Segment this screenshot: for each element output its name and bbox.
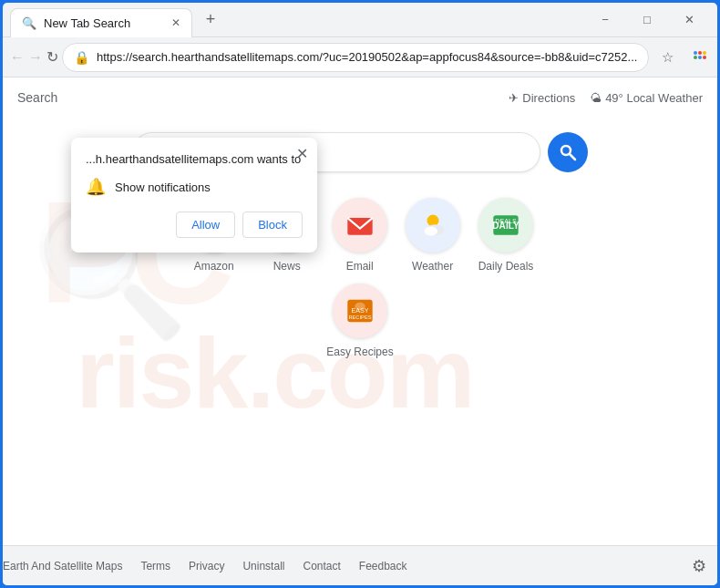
svg-line-7 [570, 154, 575, 160]
browser-tab[interactable]: 🔍 New Tab Search ✕ [10, 8, 192, 37]
tab-favicon: 🔍 [22, 16, 36, 30]
footer-link-contact[interactable]: Contact [303, 560, 340, 573]
minimize-button[interactable]: − [584, 3, 626, 37]
address-text: https://search.hearthandsatellitemaps.co… [97, 50, 637, 64]
footer-link-terms[interactable]: Terms [140, 560, 170, 573]
svg-point-3 [694, 56, 697, 59]
footer-link-feedback[interactable]: Feedback [359, 560, 407, 573]
svg-point-16 [424, 226, 437, 235]
new-tab-button[interactable]: + [198, 7, 223, 33]
footer: Earth And Satellite Maps Terms Privacy U… [3, 545, 717, 585]
svg-point-5 [703, 56, 706, 59]
allow-button[interactable]: Allow [176, 211, 235, 238]
footer-link-privacy[interactable]: Privacy [189, 560, 224, 573]
easy-recipes-icon: EASY RECIPES [333, 284, 387, 338]
weather-icon [406, 198, 460, 253]
app-icon-email[interactable]: Email [333, 198, 387, 273]
svg-text:DEALS: DEALS [495, 217, 517, 225]
daily-deals-label: Daily Deals [478, 260, 534, 273]
toolbar: ← → ↻ 🔒 https://search.hearthandsatellit… [3, 37, 717, 77]
svg-point-23 [355, 303, 365, 311]
tab-close-button[interactable]: ✕ [171, 16, 180, 29]
news-label: News [273, 260, 301, 273]
reload-button[interactable]: ↻ [46, 43, 58, 72]
popup-notification-row: 🔔 Show notifications [86, 177, 303, 197]
weather-label: Weather [412, 260, 453, 273]
svg-point-1 [698, 51, 702, 55]
footer-link-earth-maps[interactable]: Earth And Satellite Maps [3, 560, 122, 573]
easy-recipes-label: Easy Recipes [326, 346, 393, 358]
settings-gear-icon[interactable]: ⚙ [692, 556, 706, 576]
popup-close-button[interactable]: ✕ [296, 145, 308, 162]
back-button[interactable]: ← [10, 43, 25, 72]
block-button[interactable]: Block [242, 211, 303, 238]
app-icon-easy-recipes[interactable]: EASY RECIPES Easy Recipes [326, 284, 393, 358]
footer-link-uninstall[interactable]: Uninstall [242, 560, 284, 573]
lock-icon: 🔒 [74, 50, 89, 65]
svg-point-2 [703, 51, 706, 55]
tab-title: New Tab Search [44, 16, 130, 30]
svg-point-0 [694, 51, 697, 55]
bell-icon: 🔔 [86, 177, 106, 197]
svg-text:RECIPES: RECIPES [348, 315, 371, 320]
forward-button[interactable]: → [28, 43, 43, 72]
svg-point-4 [698, 56, 702, 59]
popup-notification-text: Show notifications [115, 181, 211, 194]
search-button[interactable] [548, 132, 588, 172]
toolbar-icons: ☆ 🛡 👤 ⋮ [653, 43, 720, 72]
app-icon-weather[interactable]: Weather [406, 198, 460, 273]
close-button[interactable]: ✕ [668, 3, 710, 37]
bookmark-button[interactable]: ☆ [653, 43, 682, 72]
email-icon [333, 198, 387, 253]
popup-buttons: Allow Block [86, 211, 303, 238]
page-content: Search ✈ Directions 🌤 49° Local Weather … [3, 77, 717, 585]
notification-popup: ✕ ...h.hearthandsatellitemaps.com wants … [71, 138, 317, 253]
browser-window: 🔍 New Tab Search ✕ + − □ ✕ ← → ↻ 🔒 https… [0, 0, 720, 588]
app-icons-row2: EASY RECIPES Easy Recipes [132, 284, 588, 358]
popup-message: ...h.hearthandsatellitemaps.com wants to [86, 152, 303, 166]
google-apps-button[interactable] [685, 43, 715, 72]
amazon-label: Amazon [194, 260, 234, 273]
daily-deals-icon: DAILY DEALS [478, 198, 533, 253]
app-icon-daily-deals[interactable]: DAILY DEALS Daily Deals [478, 198, 534, 273]
maximize-button[interactable]: □ [626, 3, 668, 37]
email-label: Email [346, 260, 374, 273]
title-bar: 🔍 New Tab Search ✕ + − □ ✕ [3, 3, 717, 37]
window-controls: − □ ✕ [584, 3, 710, 37]
address-bar[interactable]: 🔒 https://search.hearthandsatellitemaps.… [62, 43, 649, 72]
